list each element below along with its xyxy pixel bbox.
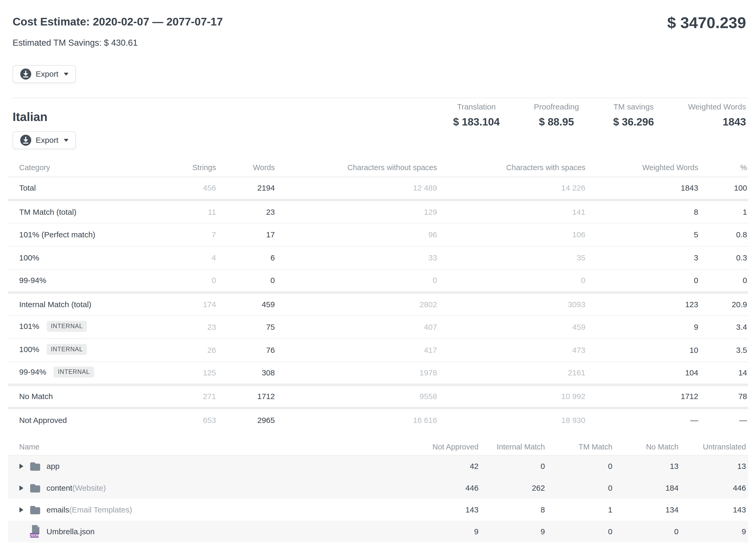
weighted-value: 3: [586, 246, 699, 269]
file-name: content: [46, 483, 72, 493]
category-label: Total: [8, 177, 139, 200]
category-row-101-perfect: 101% (Perfect match) 7 17 96 106 5 0.8: [8, 223, 748, 246]
chars-with-value: 35: [438, 246, 586, 269]
chars-with-value: 3093: [438, 293, 586, 315]
category-label: TM Match (total): [8, 200, 139, 223]
export-button-language[interactable]: Export: [13, 131, 76, 149]
not-approved-value: 446: [323, 477, 480, 499]
tm-match-value: 0: [546, 521, 614, 542]
weighted-value: 1712: [586, 385, 699, 408]
file-row-emails[interactable]: emails(Email Templates) 143 8 1 134 143: [8, 499, 748, 521]
stat-label: Proofreading: [534, 102, 579, 111]
not-approved-value: 42: [323, 455, 480, 477]
percent-value: 1: [699, 200, 748, 223]
words-value: 1712: [217, 385, 276, 408]
untranslated-value: 143: [680, 499, 748, 521]
chars-with-value: 459: [438, 315, 586, 339]
weighted-value: 0: [586, 269, 699, 293]
category-label: 101%: [19, 322, 39, 331]
untranslated-value: 446: [680, 477, 748, 499]
strings-value: 125: [139, 362, 217, 385]
file-row-content[interactable]: content(Website) 446 262 0 184 446: [8, 477, 748, 499]
chars-with-value: 141: [438, 200, 586, 223]
folder-icon: [30, 505, 41, 514]
weighted-value: 10: [586, 339, 699, 362]
stat-value: 1843: [688, 116, 746, 128]
col-not-approved: Not Approved: [323, 431, 480, 455]
strings-value: 0: [139, 269, 217, 293]
col-tm-match: TM Match: [546, 431, 614, 455]
download-icon: [20, 68, 32, 80]
words-value: 2965: [217, 408, 276, 431]
stat-label: Weighted Words: [688, 102, 746, 111]
tm-savings-line: Estimated TM Savings: $ 430.61: [13, 38, 746, 48]
chars-without-value: 129: [276, 200, 438, 223]
stat-weighted-words: Weighted Words 1843: [688, 102, 746, 128]
caret-right-icon[interactable]: [19, 464, 24, 469]
stat-tm-savings: TM savings $ 36.296: [613, 102, 654, 128]
words-value: 2194: [217, 177, 276, 200]
strings-value: 7: [139, 223, 217, 246]
strings-value: 4: [139, 246, 217, 269]
folder-icon: [30, 483, 41, 493]
words-value: 0: [217, 269, 276, 293]
category-label: 100%: [19, 345, 39, 354]
caret-right-icon[interactable]: [19, 507, 24, 512]
stat-label: Translation: [453, 102, 500, 111]
col-category: Category: [8, 158, 139, 177]
tm-match-value: 0: [546, 477, 614, 499]
internal-badge: INTERNAL: [53, 367, 94, 378]
col-internal-match: Internal Match: [480, 431, 546, 455]
strings-value: 26: [139, 339, 217, 362]
percent-value: 3.5: [699, 339, 748, 362]
caret-right-icon[interactable]: [19, 485, 24, 491]
category-row-101-internal: 101%INTERNAL 23 75 407 459 9 3.4: [8, 315, 748, 339]
no-match-value: 0: [614, 521, 680, 542]
category-row-not-approved: Not Approved 653 2965 16 616 18 930 — —: [8, 408, 748, 431]
words-value: 459: [217, 293, 276, 315]
file-row-umbrella-json[interactable]: JSON Umbrella.json 9 9 0 0 9: [8, 521, 748, 542]
strings-value: 23: [139, 315, 217, 339]
download-icon: [20, 134, 32, 146]
chars-with-value: 18 930: [438, 408, 586, 431]
category-row-99-94-internal: 99-94%INTERNAL 125 308 1978 2161 104 14: [8, 362, 748, 385]
category-row-total: Total 456 2194 12 489 14 226 1843 100: [8, 177, 748, 200]
stat-value: $ 183.104: [453, 116, 500, 128]
col-name: Name: [8, 431, 323, 455]
json-file-icon: JSON: [30, 524, 41, 539]
stat-value: $ 36.296: [613, 116, 654, 128]
chars-without-value: 0: [276, 269, 438, 293]
page-title: Cost Estimate: 2020-02-07 — 2077-07-17: [13, 15, 746, 28]
category-label: Not Approved: [8, 408, 139, 431]
file-row-app[interactable]: app 42 0 0 13 13: [8, 455, 748, 477]
internal-match-value: 262: [480, 477, 546, 499]
col-strings: Strings: [139, 158, 217, 177]
category-row-99-94: 99-94% 0 0 0 0 0 0: [8, 269, 748, 293]
cost-estimate-page: Cost Estimate: 2020-02-07 — 2077-07-17 $…: [0, 0, 756, 542]
category-label: 101% (Perfect match): [8, 223, 139, 246]
chars-with-value: 2161: [438, 362, 586, 385]
percent-value: 100: [699, 177, 748, 200]
category-row-100-internal: 100%INTERNAL 26 76 417 473 10 3.5: [8, 339, 748, 362]
no-match-value: 134: [614, 499, 680, 521]
internal-match-value: 9: [480, 521, 546, 542]
col-weighted-words: Weighted Words: [586, 158, 699, 177]
language-section: Italian Translation $ 183.104 Proofreadi…: [0, 98, 756, 149]
col-chars-without-spaces: Characters without spaces: [276, 158, 438, 177]
chars-without-value: 9558: [276, 385, 438, 408]
tm-match-value: 1: [546, 499, 614, 521]
strings-value: 271: [139, 385, 217, 408]
tm-match-value: 0: [546, 455, 614, 477]
percent-value: 0: [699, 269, 748, 293]
untranslated-value: 9: [680, 521, 748, 542]
col-untranslated: Untranslated: [680, 431, 748, 455]
category-label: 100%: [8, 246, 139, 269]
percent-value: 3.4: [699, 315, 748, 339]
export-button[interactable]: Export: [13, 65, 76, 83]
category-row-no-match: No Match 271 1712 9558 10 992 1712 78: [8, 385, 748, 408]
chars-with-value: 473: [438, 339, 586, 362]
caret-down-icon: [64, 73, 69, 76]
category-row-internal-match-total: Internal Match (total) 174 459 2802 3093…: [8, 293, 748, 315]
weighted-value: 1843: [586, 177, 699, 200]
chars-without-value: 2802: [276, 293, 438, 315]
